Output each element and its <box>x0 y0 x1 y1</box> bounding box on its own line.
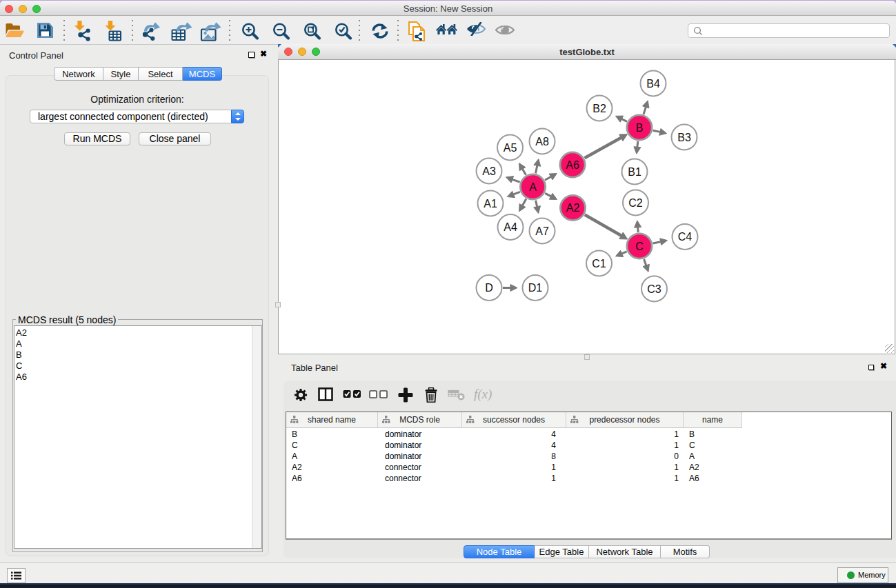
svg-text:B3: B3 <box>677 132 691 143</box>
svg-text:A4: A4 <box>504 221 517 233</box>
svg-text:A3: A3 <box>482 165 496 177</box>
svg-text:A5: A5 <box>504 142 517 154</box>
svg-text:B: B <box>636 122 644 134</box>
svg-text:A6: A6 <box>566 159 579 171</box>
svg-text:B2: B2 <box>593 103 606 114</box>
svg-text:C: C <box>635 241 644 252</box>
svg-text:C3: C3 <box>647 283 661 295</box>
svg-text:B4: B4 <box>646 78 660 90</box>
svg-text:C1: C1 <box>592 258 606 270</box>
svg-text:A: A <box>529 181 537 193</box>
svg-text:C2: C2 <box>628 197 643 209</box>
svg-text:D: D <box>485 282 493 294</box>
svg-text:C4: C4 <box>678 231 693 243</box>
svg-text:A2: A2 <box>566 202 580 214</box>
svg-text:A7: A7 <box>535 225 549 237</box>
svg-text:B1: B1 <box>628 166 641 178</box>
svg-text:A8: A8 <box>535 136 549 148</box>
svg-text:D1: D1 <box>528 282 543 294</box>
svg-text:A1: A1 <box>484 198 497 210</box>
